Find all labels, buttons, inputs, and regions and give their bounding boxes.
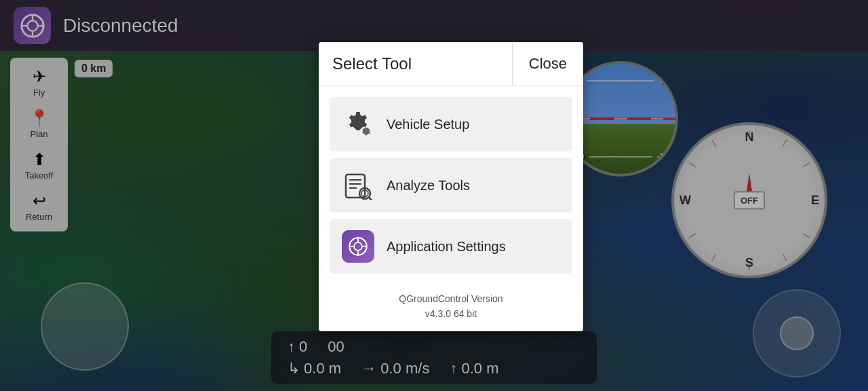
analyze-tools-icon-wrap	[340, 168, 376, 203]
app-settings-logo	[342, 230, 374, 263]
version-line2: v4.3.0 64 bit	[319, 306, 583, 321]
modal-header: Select Tool Close	[319, 42, 583, 86]
gear-icon	[343, 109, 373, 139]
app-settings-label: Application Settings	[387, 239, 506, 255]
vehicle-setup-button[interactable]: Vehicle Setup	[330, 97, 572, 151]
version-line1: QGroundControl Version	[319, 291, 583, 306]
vehicle-setup-label: Vehicle Setup	[387, 117, 469, 132]
modal-version: QGroundControl Version v4.3.0 64 bit	[319, 284, 583, 331]
analyze-icon	[343, 170, 373, 200]
modal-close-button[interactable]: Close	[513, 42, 583, 86]
app-settings-button[interactable]: Application Settings	[330, 219, 572, 274]
modal-body: Vehicle Setup Analyze Tools	[319, 86, 583, 284]
analyze-tools-label: Analyze Tools	[387, 178, 470, 193]
svg-line-26	[369, 198, 372, 200]
qgc-settings-icon	[347, 235, 370, 258]
vehicle-setup-icon-wrap	[340, 107, 376, 142]
select-tool-modal: Select Tool Close Vehicle Setup	[319, 42, 583, 331]
modal-title: Select Tool	[319, 42, 513, 86]
svg-point-28	[354, 242, 362, 250]
analyze-tools-button[interactable]: Analyze Tools	[330, 158, 572, 212]
app-settings-icon-wrap	[340, 229, 376, 264]
